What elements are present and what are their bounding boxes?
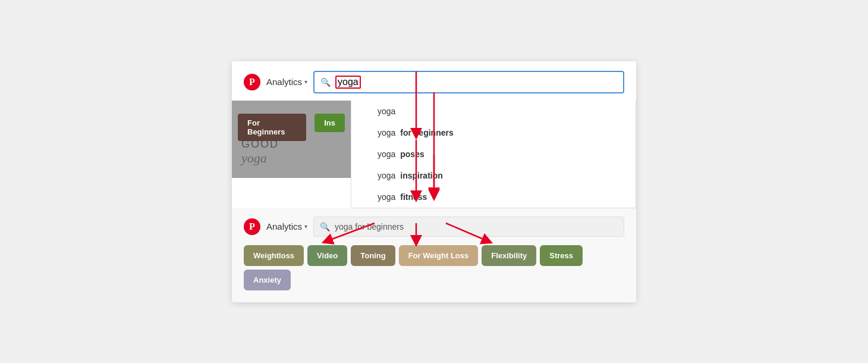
ins-button[interactable]: Ins bbox=[315, 114, 345, 132]
tag-anxiety[interactable]: Anxiety bbox=[244, 270, 291, 290]
tag-weightloss[interactable]: Weightloss bbox=[244, 245, 304, 266]
for-beginners-button[interactable]: For Beginners bbox=[238, 114, 306, 141]
top-section: P Analytics ▾ 🔍 yoga bbox=[232, 61, 636, 93]
top-header: P Analytics ▾ 🔍 yoga bbox=[244, 71, 624, 93]
main-card: P Analytics ▾ 🔍 yoga For Beginners bbox=[232, 61, 636, 302]
dropdown-item-yoga-for-beginners[interactable]: yoga for beginners bbox=[351, 122, 636, 143]
chevron-down-icon-top: ▾ bbox=[304, 79, 307, 85]
dropdown-item-yoga[interactable]: yoga bbox=[351, 101, 636, 122]
tag-video[interactable]: Video bbox=[307, 245, 347, 266]
bottom-section: P Analytics ▾ 🔍 yoga for beginners Weigh… bbox=[232, 208, 636, 302]
tag-for-weight-loss[interactable]: For Weight Loss bbox=[399, 245, 479, 266]
tag-stress[interactable]: Stress bbox=[540, 245, 583, 266]
chevron-down-icon-bottom: ▾ bbox=[304, 223, 307, 230]
pinterest-logo-bottom: P bbox=[244, 218, 260, 235]
search-input-top[interactable]: yoga bbox=[335, 76, 361, 89]
search-box-bottom[interactable]: 🔍 yoga for beginners bbox=[313, 217, 624, 237]
dropdown-item-yoga-inspiration[interactable]: yoga inspiration bbox=[351, 165, 636, 186]
search-box-top[interactable]: 🔍 yoga bbox=[313, 71, 624, 93]
middle-section: For Beginners Ins GOOD yoga yoga yoga fo… bbox=[232, 101, 636, 208]
search-dropdown: yoga yoga for beginners yoga poses yoga … bbox=[351, 101, 636, 208]
dropdown-item-yoga-poses[interactable]: yoga poses bbox=[351, 143, 636, 165]
bottom-header: P Analytics ▾ 🔍 yoga for beginners bbox=[244, 217, 624, 237]
search-icon-bottom: 🔍 bbox=[320, 222, 330, 231]
analytics-label-bottom: Analytics bbox=[266, 221, 302, 231]
tag-toning[interactable]: Toning bbox=[351, 245, 395, 266]
tag-flexibility[interactable]: Flexibility bbox=[482, 245, 536, 266]
yoga-italic-text: yoga bbox=[241, 151, 279, 166]
tags-row: Weightloss Video Toning For Weight Loss … bbox=[244, 245, 624, 290]
analytics-label-top: Analytics bbox=[266, 77, 302, 87]
search-value-bottom: yoga for beginners bbox=[335, 222, 404, 231]
analytics-dropdown-top[interactable]: Analytics ▾ bbox=[266, 77, 307, 87]
dropdown-item-yoga-fitness[interactable]: yoga fitness bbox=[351, 186, 636, 208]
search-icon-top: 🔍 bbox=[320, 77, 331, 87]
thumbnail-area: For Beginners Ins GOOD yoga bbox=[232, 101, 351, 178]
analytics-dropdown-bottom[interactable]: Analytics ▾ bbox=[266, 221, 307, 231]
search-highlight-box: yoga bbox=[335, 76, 361, 89]
pinterest-logo: P bbox=[244, 74, 260, 90]
